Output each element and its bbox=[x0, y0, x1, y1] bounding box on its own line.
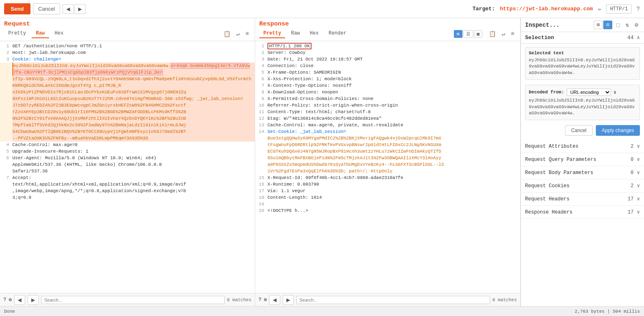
table-row: Safari/537.36 bbox=[0, 168, 255, 174]
table-row: a0P8SSXZs58qpHdUShDwd9701GyaTbUMgDxVYeBz… bbox=[255, 161, 520, 168]
request-cookies-row[interactable]: Request Cookies 2 ∨ bbox=[521, 179, 644, 193]
search-next-response[interactable]: ▶ bbox=[283, 295, 294, 305]
attributes-list: Request Attributes 2 ∨ Request Query Par… bbox=[521, 140, 644, 219]
view-mode-icon-2[interactable]: ☰ bbox=[463, 30, 473, 38]
response-title: Response bbox=[259, 21, 516, 28]
table-row: 5 X-Frame-Options: SAMEORIGIN bbox=[255, 69, 520, 76]
table-row: 1 GET /authentication/none HTTP/1.1 bbox=[0, 43, 255, 49]
request-cookies-label: Request Cookies bbox=[525, 183, 631, 189]
tab-pretty-request[interactable]: Pretty bbox=[4, 29, 30, 38]
help-icon-response[interactable]: ? bbox=[258, 297, 261, 303]
help-icon[interactable]: ? bbox=[637, 6, 640, 12]
cancel-changes-button[interactable]: Cancel bbox=[565, 125, 593, 136]
http-version-badge[interactable]: HTTP/1 bbox=[606, 5, 631, 14]
table-row: S4CDwU6wU%2FTlQB8E2BQV%2BYET0CtD9UypVj1F… bbox=[0, 128, 255, 135]
decoded-encoding-select[interactable]: URL encoding Base64 HTML encoding bbox=[567, 88, 611, 96]
copy-icon[interactable]: 📋 bbox=[222, 30, 232, 38]
inspector-sort-icon[interactable]: ⇅ bbox=[624, 21, 630, 29]
selection-label: Selection bbox=[525, 35, 554, 41]
nav-prev-button[interactable]: ◀ bbox=[63, 4, 74, 14]
target-label: Target: https://jwt-lab.herokuapp.com bbox=[472, 6, 593, 12]
inspector-align-icon[interactable]: ⬚ bbox=[615, 21, 621, 29]
request-query-params-row[interactable]: Request Query Parameters 0 ∨ bbox=[521, 153, 644, 166]
settings-icon-request[interactable]: ⚙ bbox=[9, 297, 12, 303]
response-headers-chevron: ∨ bbox=[637, 209, 640, 215]
inspector-settings-icon[interactable]: ⚙ bbox=[633, 21, 640, 29]
copy-icon-response[interactable]: 📋 bbox=[487, 30, 498, 38]
response-view-modes: ⊞ ☰ ▦ bbox=[454, 30, 482, 38]
apply-changes-button[interactable]: Apply changes bbox=[596, 125, 640, 136]
request-headers-count: 17 bbox=[628, 196, 633, 202]
request-attributes-count: 2 bbox=[631, 144, 634, 149]
table-row: AppleWebKit/537.36 (KHTML, like Gecko) C… bbox=[0, 161, 255, 168]
response-panel-header: Response Pretty Raw Hex Render ⊞ ☰ ▦ 📋 ↵… bbox=[255, 18, 520, 41]
tab-render-response[interactable]: Render bbox=[324, 29, 350, 38]
wrap-icon-response[interactable]: ↵ bbox=[500, 30, 507, 38]
request-query-params-count: 0 bbox=[631, 157, 634, 163]
request-headers-chevron: ∨ bbox=[637, 196, 640, 202]
tab-raw-request[interactable]: Raw bbox=[32, 29, 49, 38]
search-input-request[interactable] bbox=[41, 296, 224, 304]
help-icon-request[interactable]: ? bbox=[3, 297, 6, 303]
response-headers-row[interactable]: Response Headers 17 ∨ bbox=[521, 206, 644, 219]
send-button[interactable]: Send bbox=[4, 3, 30, 14]
selection-count: 44 bbox=[627, 35, 634, 41]
toolbar-right: Target: https://jwt-lab.herokuapp.com ✏️… bbox=[472, 5, 640, 14]
request-attributes-row[interactable]: Request Attributes 2 ∨ bbox=[521, 140, 644, 153]
tab-hex-request[interactable]: Hex bbox=[51, 29, 68, 38]
response-tabs: Pretty Raw Hex Render ⊞ ☰ ▦ 📋 ↵ ≡ bbox=[259, 29, 516, 38]
tab-hex-response[interactable]: Hex bbox=[306, 29, 323, 38]
table-row: 9XFvziNPJHiOiL8StZuKCuopxuBzKoT7YJ2hM-zd… bbox=[0, 95, 255, 102]
search-next-request[interactable]: ▶ bbox=[28, 295, 39, 305]
menu-icon[interactable]: ≡ bbox=[244, 30, 251, 38]
settings-icon-response[interactable]: ⚙ bbox=[264, 297, 267, 303]
table-row: 13 Cache-Control: max-age=0, private, mu… bbox=[255, 122, 520, 128]
table-row: 14 Set-Cookie: _jwt_lab_session= bbox=[255, 128, 520, 135]
view-mode-icon-1[interactable]: ⊞ bbox=[454, 30, 463, 38]
request-body-params-row[interactable]: Request Body Parameters 0 ∨ bbox=[521, 166, 644, 179]
view-mode-icon-3[interactable]: ▦ bbox=[474, 30, 483, 38]
selection-section[interactable]: Selection 44 ∧ bbox=[521, 32, 644, 44]
search-prev-response[interactable]: ◀ bbox=[269, 295, 280, 305]
table-row: 12 Etag: W/"40136814c8ca46cc9cfc482dded8… bbox=[255, 115, 520, 122]
request-match-count: 0 matches bbox=[227, 297, 251, 302]
selection-chevron: ∧ bbox=[637, 35, 640, 41]
table-row: 2 Server: Cowboy bbox=[255, 49, 520, 56]
table-row: eyJhbGciOiJub25lIIn0.eyJuYWxlIjoid29vaG9… bbox=[0, 63, 255, 76]
tab-raw-response[interactable]: Raw bbox=[287, 29, 304, 38]
response-headers-label: Response Headers bbox=[525, 209, 628, 215]
action-buttons: Cancel Apply changes bbox=[525, 125, 640, 136]
table-row: Bue3xtgQQHw3y60MYgaPMdIC2%2B%2BKjXMvrigF… bbox=[255, 135, 520, 142]
table-row: 10 Referrer-Policy: strict-origin-when-c… bbox=[255, 102, 520, 109]
request-panel: Request Pretty Raw Hex 📋 ↵ ≡ 1 GET /auth… bbox=[0, 18, 255, 306]
tab-pretty-response[interactable]: Pretty bbox=[259, 29, 285, 38]
toolbar: Send Cancel ◀ ▶ Target: https://jwt-lab.… bbox=[0, 0, 644, 18]
cancel-button[interactable]: Cancel bbox=[33, 3, 60, 14]
table-row: 15 X-Request-Id: 09f6f46b-4cc1-4cb7-9968… bbox=[255, 174, 520, 181]
request-cookies-chevron: ∨ bbox=[637, 183, 640, 189]
search-input-response[interactable] bbox=[296, 296, 490, 304]
table-row: tFsgWnuFpD6RERtlp%2FRKfHvPVUxvpBNswr2p0l… bbox=[255, 142, 520, 148]
request-headers-row[interactable]: Request Headers 17 ∨ bbox=[521, 193, 644, 206]
menu-icon-response[interactable]: ≡ bbox=[509, 30, 516, 38]
status-left: Done bbox=[4, 309, 15, 314]
response-match-count: 0 matches bbox=[493, 297, 517, 302]
decoded-from-label: Decoded from: bbox=[529, 90, 564, 95]
table-row: 9 X-Permitted-Cross-Domain-Policies: non… bbox=[255, 95, 520, 102]
chevron-down-icon: ∨ bbox=[614, 89, 616, 95]
edit-icon[interactable]: ✏️ bbox=[598, 5, 601, 12]
inspector-view-icon-2[interactable]: ⊡ bbox=[603, 21, 612, 29]
search-prev-request[interactable]: ◀ bbox=[14, 295, 25, 305]
inspector-icons: ⊞ ⊡ ⬚ ⇅ ⚙ bbox=[594, 21, 640, 29]
request-panel-header: Request Pretty Raw Hex 📋 ↵ ≡ bbox=[0, 18, 255, 41]
nav-next-button[interactable]: ▶ bbox=[74, 4, 86, 14]
response-search-bar: ? ⚙ ◀ ▶ 0 matches bbox=[255, 293, 520, 306]
table-row: 7MpftaGlTfSVkd2QjhkNx2c39%2F3adWy9To%2Bm… bbox=[0, 122, 255, 128]
table-row: 8SolmQBbytMAFBXBOjePidm%2Fm5cTMjzkAJlt3%… bbox=[255, 155, 520, 161]
request-headers-label: Request Headers bbox=[525, 196, 628, 202]
table-row: 1 HTTP/1.1 200 OK bbox=[255, 43, 520, 49]
request-search-bar: ? ⚙ ◀ ▶ 0 matches bbox=[0, 293, 255, 306]
inspector-view-icon-1[interactable]: ⊞ bbox=[594, 21, 602, 29]
wrap-icon[interactable]: ↵ bbox=[235, 30, 241, 38]
request-query-params-label: Request Query Parameters bbox=[525, 157, 631, 163]
